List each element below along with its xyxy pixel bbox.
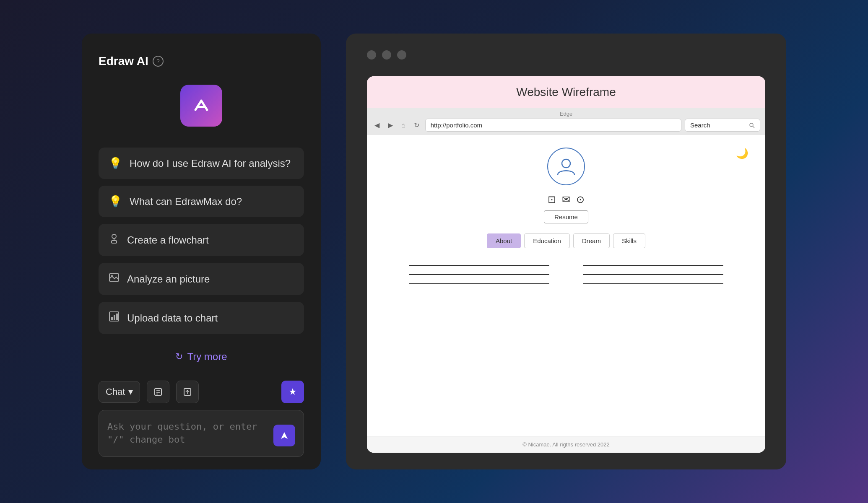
url-text: http://portfolio.com: [431, 122, 482, 129]
avatar: [547, 148, 585, 185]
flowchart-icon: [109, 233, 120, 247]
suggestion-label-3: Create a flowchart: [127, 234, 209, 246]
search-text: Search: [690, 122, 710, 129]
tab-skills[interactable]: Skills: [613, 233, 645, 248]
social-icons: ⊡ ✉ ⊙: [548, 194, 585, 205]
refresh-icon: ↻: [175, 351, 183, 362]
dot-yellow: [382, 50, 391, 60]
search-bar[interactable]: Search: [685, 119, 760, 132]
bulb-icon-1: 💡: [109, 157, 122, 170]
chat-label: Chat: [106, 386, 125, 397]
wireframe-body: 🌙 ⊡ ✉ ⊙ Resume About Education Dream Ski…: [367, 135, 765, 436]
suggestion-flowchart[interactable]: Create a flowchart: [99, 224, 304, 256]
browser-chrome: Edge ◀ ▶ ⌂ ↻ http://portfolio.com Search: [367, 108, 765, 135]
tab-education[interactable]: Education: [524, 233, 570, 248]
svg-rect-9: [116, 314, 118, 320]
content-line-4: [583, 274, 723, 275]
suggestion-label-2: What can EdrawMax do?: [130, 196, 242, 207]
chat-input[interactable]: [107, 420, 268, 446]
suggestion-upload-chart[interactable]: Upload data to chart: [99, 302, 304, 334]
svg-point-5: [111, 275, 113, 277]
browser-dots: [367, 50, 765, 60]
help-icon[interactable]: ?: [153, 56, 164, 67]
dot-red: [367, 50, 376, 60]
svg-point-18: [750, 123, 753, 127]
refresh-btn[interactable]: ↻: [411, 119, 422, 131]
chat-dropdown[interactable]: Chat ▾: [99, 381, 140, 403]
suggestion-analyze-picture[interactable]: Analyze an picture: [99, 263, 304, 295]
email-icon[interactable]: ✉: [562, 194, 570, 205]
picture-icon: [109, 272, 120, 286]
try-more-button[interactable]: ↻ Try more: [175, 351, 227, 363]
back-btn[interactable]: ◀: [372, 119, 382, 131]
tab-dream[interactable]: Dream: [573, 233, 610, 248]
ai-assist-btn[interactable]: [281, 381, 304, 403]
forward-btn[interactable]: ▶: [385, 119, 395, 131]
content-line-3: [409, 274, 549, 275]
edit-btn[interactable]: [147, 381, 169, 403]
content-line-6: [583, 283, 723, 284]
svg-rect-7: [111, 317, 113, 320]
suggestion-analyze-edraw[interactable]: 💡 How do I use Edraw AI for analysis?: [99, 148, 304, 179]
suggestion-edrawmax[interactable]: 💡 What can EdrawMax do?: [99, 186, 304, 217]
bottom-toolbar: Chat ▾: [99, 381, 304, 403]
suggestion-list: 💡 How do I use Edraw AI for analysis? 💡 …: [99, 148, 304, 334]
wireframe-footer: © Nicamae. All rigths reserved 2022: [367, 436, 765, 453]
url-bar[interactable]: http://portfolio.com: [425, 119, 681, 132]
send-button[interactable]: [273, 425, 295, 446]
left-panel: Edraw AI ? 💡 How do I use Edraw AI for a…: [82, 34, 321, 469]
svg-rect-0: [191, 95, 212, 116]
chat-input-area[interactable]: [99, 410, 304, 457]
content-line-5: [409, 283, 549, 284]
content-line-1: [409, 265, 549, 266]
bulb-icon-2: 💡: [109, 195, 122, 208]
svg-point-20: [562, 159, 570, 168]
dot-green: [397, 50, 406, 60]
content-line-2: [583, 265, 723, 266]
tab-about[interactable]: About: [487, 233, 521, 248]
panel-header: Edraw AI ?: [99, 54, 164, 68]
chevron-down-icon: ▾: [128, 386, 133, 397]
resume-button[interactable]: Resume: [544, 210, 588, 223]
svg-rect-3: [112, 241, 117, 243]
instagram-icon[interactable]: ⊡: [548, 194, 556, 205]
content-lines: [384, 265, 748, 284]
wireframe-title: Website Wireframe: [367, 76, 765, 108]
browser-window: Website Wireframe Edge ◀ ▶ ⌂ ↻ http://po…: [367, 76, 765, 453]
compose-btn[interactable]: [176, 381, 199, 403]
svg-point-1: [112, 234, 116, 239]
chart-icon: [109, 311, 120, 325]
home-btn[interactable]: ⌂: [399, 120, 408, 131]
panel-title: Edraw AI: [99, 54, 148, 68]
suggestion-label-1: How do I use Edraw AI for analysis?: [130, 158, 291, 169]
right-panel: Website Wireframe Edge ◀ ▶ ⌂ ↻ http://po…: [346, 34, 786, 469]
browser-label: Edge: [372, 111, 760, 117]
dark-mode-icon[interactable]: 🌙: [736, 148, 748, 159]
svg-rect-8: [114, 315, 115, 320]
suggestion-label-4: Analyze an picture: [127, 273, 210, 285]
svg-line-19: [753, 126, 754, 128]
try-more-label: Try more: [187, 351, 227, 363]
link-icon[interactable]: ⊙: [576, 194, 585, 205]
suggestion-label-5: Upload data to chart: [127, 312, 218, 324]
nav-tabs: About Education Dream Skills: [487, 233, 645, 248]
app-logo: [180, 85, 222, 127]
